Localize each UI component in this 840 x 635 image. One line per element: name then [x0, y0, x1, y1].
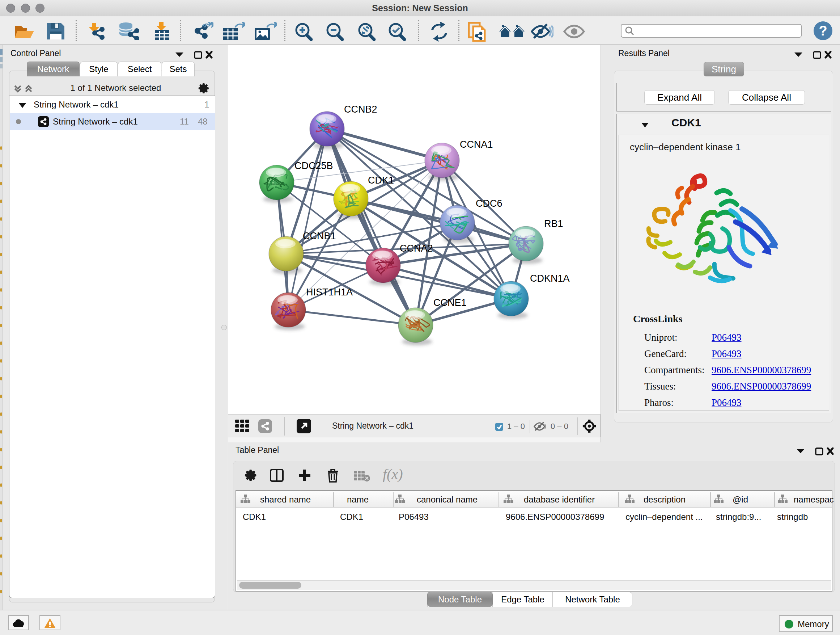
- svg-text:CCNB2: CCNB2: [344, 104, 377, 115]
- svg-text:?: ?: [819, 23, 827, 38]
- svg-text:CDC25B: CDC25B: [294, 160, 333, 171]
- svg-text:CCNA2: CCNA2: [400, 243, 433, 254]
- svg-text:HIST1H1A: HIST1H1A: [306, 287, 353, 298]
- svg-text:CDC6: CDC6: [476, 198, 502, 209]
- svg-text:CDK1: CDK1: [368, 175, 394, 186]
- svg-text:RB1: RB1: [544, 218, 563, 229]
- svg-text:CCNA1: CCNA1: [460, 139, 493, 150]
- svg-text:CDKN1A: CDKN1A: [530, 273, 570, 284]
- svg-text:CCNB1: CCNB1: [303, 231, 336, 241]
- svg-text:CCNE1: CCNE1: [433, 297, 467, 308]
